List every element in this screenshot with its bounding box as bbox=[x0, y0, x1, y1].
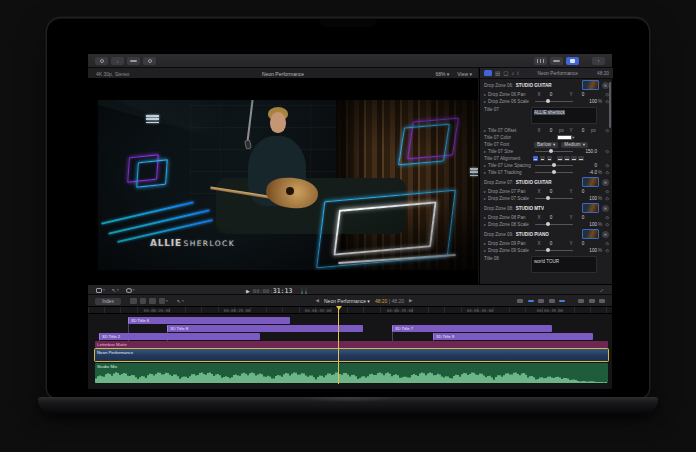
param-value[interactable]: 0 bbox=[577, 163, 597, 168]
back-icon[interactable]: ◀ bbox=[316, 298, 319, 303]
slider-thumb[interactable] bbox=[552, 170, 556, 174]
transition-inspector-icon[interactable]: ▢ bbox=[503, 70, 508, 76]
select-tool-button[interactable]: ↖▾ bbox=[112, 287, 119, 293]
appearance-menu[interactable]: ▾ bbox=[159, 298, 168, 304]
title-clip[interactable]: 3D Title 6 bbox=[128, 317, 290, 324]
param-value[interactable]: 100 bbox=[577, 248, 597, 253]
title-clip[interactable]: 3D Title 8 bbox=[167, 325, 363, 332]
effects-browser-icon[interactable] bbox=[589, 299, 595, 304]
audio-inspector-icon[interactable]: ♪ bbox=[511, 70, 514, 76]
keyframe-icon[interactable]: ◇ bbox=[606, 196, 609, 201]
param-slider[interactable] bbox=[535, 165, 573, 166]
x-value[interactable]: 0 bbox=[543, 215, 559, 220]
y-value[interactable]: 0 bbox=[575, 92, 591, 97]
zoom-menu[interactable]: 68% ▾ bbox=[435, 71, 449, 77]
clip-appearance-2-icon[interactable] bbox=[140, 298, 147, 304]
video-clip[interactable]: Neon Performance bbox=[95, 349, 608, 361]
crop-tool-button[interactable]: ▾ bbox=[96, 287, 105, 293]
alignment-button-6[interactable] bbox=[578, 156, 584, 162]
y-value[interactable]: 0 bbox=[575, 128, 591, 133]
alignment-button-3[interactable] bbox=[557, 156, 563, 162]
param-slider[interactable] bbox=[535, 151, 573, 152]
alignment-button-2[interactable] bbox=[547, 156, 553, 162]
slider-thumb[interactable] bbox=[549, 149, 553, 153]
slider-thumb[interactable] bbox=[546, 196, 550, 200]
slider-thumb[interactable] bbox=[546, 248, 550, 252]
y-value[interactable]: 0 bbox=[575, 241, 591, 246]
param-slider[interactable] bbox=[535, 198, 573, 199]
keyframe-icon[interactable]: ◇ bbox=[606, 149, 609, 154]
keyframe-icon[interactable]: ◇ bbox=[606, 170, 609, 175]
title-text-field[interactable]: ALLIE sherlock bbox=[531, 107, 597, 124]
x-value[interactable]: 0 bbox=[543, 241, 559, 246]
y-value[interactable]: 0 bbox=[575, 189, 591, 194]
audio-meters-mini[interactable] bbox=[301, 287, 307, 294]
remove-dropzone-button[interactable]: ✕ bbox=[602, 231, 609, 238]
x-value[interactable]: 0 bbox=[543, 92, 559, 97]
x-value[interactable]: 0 bbox=[543, 128, 559, 133]
timeline-ruler[interactable]: 00:00:20:0000:00:25:0000:00:30:0000:00:3… bbox=[88, 307, 612, 314]
video-preview[interactable]: ALLIE SHERLOCK bbox=[98, 100, 478, 270]
skimming-icon[interactable] bbox=[528, 300, 534, 303]
keyframe-icon[interactable]: ◇ bbox=[606, 222, 609, 227]
remove-dropzone-button[interactable]: ✕ bbox=[602, 205, 609, 212]
param-value[interactable]: 100 bbox=[577, 99, 597, 104]
dropzone-thumbnail[interactable] bbox=[582, 203, 599, 213]
pan-tool-button[interactable]: ▾ bbox=[126, 287, 135, 293]
timeline-tool-menu[interactable]: ↖▾ bbox=[177, 298, 184, 304]
solo-icon[interactable] bbox=[549, 299, 555, 304]
background-tasks-icon[interactable] bbox=[143, 57, 156, 66]
param-value[interactable]: 150.0 bbox=[577, 149, 597, 154]
forward-icon[interactable]: ▶ bbox=[409, 298, 412, 303]
remove-dropzone-button[interactable]: ✕ bbox=[602, 179, 609, 186]
color-swatch[interactable] bbox=[557, 135, 572, 141]
video-inspector-icon[interactable] bbox=[484, 70, 492, 77]
info-inspector-icon[interactable]: i bbox=[517, 70, 518, 76]
dropzone-thumbnail[interactable] bbox=[582, 229, 599, 239]
audio-meters-icon[interactable] bbox=[559, 300, 565, 303]
slider-thumb[interactable] bbox=[552, 163, 556, 167]
keyword-editor-icon[interactable] bbox=[127, 57, 140, 66]
view-menu[interactable]: View ▾ bbox=[457, 71, 472, 77]
alignment-button-5[interactable] bbox=[571, 156, 577, 162]
generator-inspector-icon[interactable]: ▤ bbox=[495, 70, 500, 76]
alignment-button-1[interactable] bbox=[540, 156, 546, 162]
keyframe-icon[interactable]: ◇ bbox=[606, 189, 609, 194]
remove-dropzone-button[interactable]: ✕ bbox=[602, 82, 609, 89]
param-slider[interactable] bbox=[535, 250, 573, 251]
title-clip[interactable]: 3D Title 2 bbox=[99, 333, 260, 340]
y-value[interactable]: 0 bbox=[575, 215, 591, 220]
sidebar-icon[interactable] bbox=[95, 57, 108, 66]
param-value[interactable]: 100 bbox=[577, 196, 597, 201]
snapping-icon[interactable] bbox=[517, 299, 523, 304]
slider-thumb[interactable] bbox=[546, 222, 550, 226]
param-slider[interactable] bbox=[535, 172, 573, 173]
font-weight-select[interactable]: Medium▾ bbox=[561, 142, 588, 148]
param-value[interactable]: -4.0 bbox=[577, 170, 597, 175]
playhead[interactable] bbox=[338, 307, 339, 384]
x-value[interactable]: 0 bbox=[543, 189, 559, 194]
fullscreen-icon[interactable] bbox=[599, 299, 605, 304]
share-icon[interactable]: ↑ bbox=[592, 57, 605, 66]
slider-thumb[interactable] bbox=[546, 99, 550, 103]
audio-clip[interactable]: Studio Mix bbox=[95, 363, 608, 383]
param-value[interactable]: 100 bbox=[577, 222, 597, 227]
play-icon[interactable]: ▶ bbox=[246, 288, 250, 294]
font-family-select[interactable]: Barlow▾ bbox=[534, 142, 558, 148]
browser-view-icon[interactable] bbox=[534, 57, 547, 66]
dropzone-thumbnail[interactable] bbox=[582, 177, 599, 187]
title-text-field[interactable]: world TOUR bbox=[531, 256, 597, 273]
keyframe-icon[interactable]: ◇ bbox=[606, 241, 609, 246]
param-slider[interactable] bbox=[535, 101, 573, 102]
audio-skimming-icon[interactable] bbox=[538, 299, 544, 304]
alignment-button-0[interactable] bbox=[533, 156, 539, 162]
dropzone-thumbnail[interactable] bbox=[582, 80, 599, 90]
title-clip[interactable]: 3D Title 7 bbox=[392, 325, 552, 332]
alignment-button-4[interactable] bbox=[564, 156, 570, 162]
keyframe-icon[interactable]: ◇ bbox=[606, 215, 609, 220]
expand-icon[interactable]: ↔ bbox=[597, 286, 605, 294]
keyframe-icon[interactable]: ◇ bbox=[606, 248, 609, 253]
keyframe-icon[interactable]: ◇ bbox=[606, 163, 609, 168]
keyframe-icon[interactable]: ◇ bbox=[606, 128, 609, 133]
matte-clip[interactable]: Letterbox Matte bbox=[95, 341, 608, 348]
